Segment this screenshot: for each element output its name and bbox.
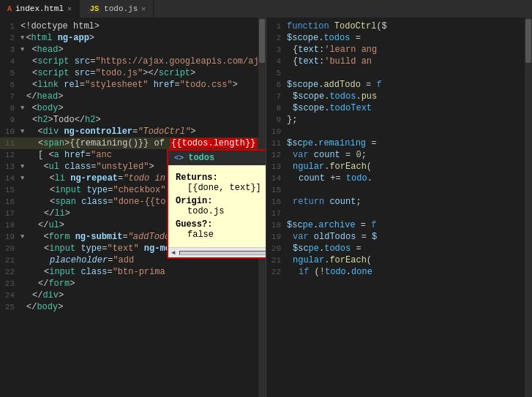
right-code-line-1: 1 function TodoCtrl($ (266, 20, 532, 32)
editor-container: A index.html ✕ JS todo.js ✕ 1 <!doctype … (0, 0, 532, 397)
tooltip-scroll-left[interactable]: ◀ (170, 249, 176, 257)
code-line-23: 23 </form> (0, 278, 266, 290)
tooltip-body: Returns: [{done, text}] Origin: todo.js … (168, 165, 266, 247)
right-code-line-9: 9 }; (266, 114, 532, 126)
tab-close-todo-js[interactable]: ✕ (141, 4, 146, 13)
right-code-line-16: 16 return count; (266, 196, 532, 208)
tab-index-html[interactable]: A index.html ✕ (0, 0, 80, 18)
code-line-11: 11 <span>{{remaining()}} of {{todos.leng… (0, 137, 266, 149)
tabs-bar: A index.html ✕ JS todo.js ✕ (0, 0, 532, 18)
tooltip-returns-label: Returns: (176, 173, 266, 183)
right-code-line-15: 15 (266, 184, 532, 196)
right-editor-pane[interactable]: 1 function TodoCtrl($ 2 $scope.todos = 3… (266, 18, 532, 397)
right-code-line-3: 3 {text:'learn ang (266, 44, 532, 56)
left-editor-pane[interactable]: 1 <!doctype html> 2 ▼ <html ng-app> 3 ▼ … (0, 18, 266, 397)
right-code-line-7: 7 $scope.todos.pus (266, 91, 532, 102)
tab-close-index-html[interactable]: ✕ (67, 4, 72, 13)
right-editor-scroll[interactable]: 1 function TodoCtrl($ 2 $scope.todos = 3… (266, 18, 532, 397)
code-line-10: 10 ▼ <div ng-controller="TodoCtrl"> (0, 126, 266, 137)
right-editor-vscroll[interactable] (525, 18, 532, 397)
right-code-line-20: 20 $scpe.todos = (266, 243, 532, 254)
code-line-5: 5 <script src="todo.js"></script> (0, 67, 266, 79)
right-code-line-21: 21 ngular.forEach( (266, 254, 532, 266)
right-code-line-2: 2 $scope.todos = (266, 32, 532, 44)
right-code-line-10: 10 (266, 126, 532, 137)
html-icon: A (7, 5, 12, 13)
tooltip-scroll-track (179, 251, 266, 255)
left-vscroll-thumb (259, 19, 265, 63)
tooltip-header: <> todos (168, 151, 266, 165)
tooltip-guess-section: Guess?: false (176, 219, 266, 240)
code-line-3: 3 ▼ <head> (0, 44, 266, 56)
editors-row: 1 <!doctype html> 2 ▼ <html ng-app> 3 ▼ … (0, 18, 532, 397)
code-line-1: 1 <!doctype html> (0, 20, 266, 32)
right-code-line-19: 19 var oldTodos = $ (266, 231, 532, 243)
tooltip-guess-label: Guess?: (176, 219, 266, 230)
right-code-line-8: 8 $scope.todoText (266, 102, 532, 114)
code-line-2: 2 ▼ <html ng-app> (0, 32, 266, 44)
tooltip-bottom-scroll[interactable]: ◀ ▶ (168, 247, 266, 257)
right-vscroll-thumb (525, 19, 531, 63)
code-line-4: 4 <script src="https://ajax.googleapis.c… (0, 56, 266, 67)
code-line-24: 24 </div> (0, 290, 266, 301)
tooltip-guess-value: false (176, 230, 266, 240)
code-line-8: 8 ▼ <body> (0, 102, 266, 114)
code-line-22: 22 <input class="btn-prima (0, 266, 266, 278)
js-icon: JS (89, 5, 100, 13)
right-code-line-11: 11 $scpe.remaining = (266, 137, 532, 149)
right-code-line-5: 5 (266, 67, 532, 79)
right-code-line-12: 12 var count = 0; (266, 149, 532, 161)
tooltip-origin-label: Origin: (176, 196, 266, 206)
tooltip-origin-section: Origin: todo.js (176, 196, 266, 216)
tab-todo-js[interactable]: JS todo.js ✕ (81, 0, 154, 18)
right-code-line-14: 14 count += todo. (266, 173, 532, 184)
tooltip-header-icon: <> (174, 154, 184, 162)
tooltip-title: todos (188, 153, 214, 163)
right-code-line-22: 22 if (!todo.done (266, 266, 532, 278)
right-code-line-13: 13 ngular.forEach( (266, 161, 532, 173)
code-line-7: 7 </head> (0, 91, 266, 102)
code-line-9: 9 <h2>Todo</h2> (0, 114, 266, 126)
tooltip-popup: <> todos Returns: [{done, text}] Origin:… (167, 149, 266, 259)
right-code-line-17: 17 (266, 208, 532, 219)
tooltip-origin-value: todo.js (176, 206, 266, 216)
tab-label-todo-js: todo.js (104, 4, 138, 13)
tab-label-index-html: index.html (15, 4, 64, 13)
code-line-25: 25 </body> (0, 301, 266, 313)
tooltip-returns-value: [{done, text}] (176, 183, 266, 193)
right-code-line-18: 18 $scpe.archive = f (266, 219, 532, 231)
code-line-6: 6 <link rel="stylesheet" href="todo.css"… (0, 79, 266, 91)
right-code-line-6: 6 $scope.addTodo = f (266, 79, 532, 91)
tooltip-returns-section: Returns: [{done, text}] (176, 173, 266, 193)
right-code-line-4: 4 {text:'build an (266, 56, 532, 67)
